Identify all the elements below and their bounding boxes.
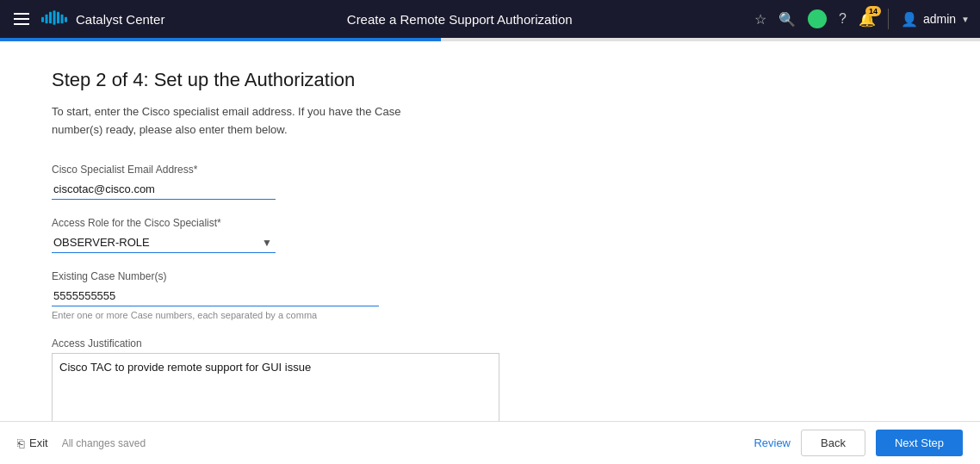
chevron-down-icon: ▼ (961, 15, 970, 24)
svg-rect-0 (41, 17, 44, 22)
svg-rect-2 (49, 12, 52, 24)
case-number-form-group: Existing Case Number(s) Enter one or mor… (52, 270, 928, 320)
role-select-wrapper: OBSERVER-ROLE ADMIN-ROLE READ-ONLY ▼ (52, 232, 276, 253)
role-label: Access Role for the Cisco Specialist* (52, 217, 928, 229)
help-icon[interactable]: ? (839, 11, 847, 27)
exit-label: Exit (29, 436, 48, 449)
notifications-icon[interactable]: 🔔 14 (859, 11, 876, 28)
page-title: Create a Remote Support Authorization (164, 12, 754, 27)
review-button[interactable]: Review (754, 436, 791, 449)
case-number-field[interactable] (52, 286, 379, 306)
justification-textarea[interactable]: Cisco TAC to provide remote support for … (52, 353, 499, 421)
nav-left: Catalyst Center (10, 9, 164, 28)
email-form-group: Cisco Specialist Email Address* (52, 164, 928, 200)
svg-rect-5 (61, 15, 64, 24)
justification-label: Access Justification (52, 337, 928, 350)
role-form-group: Access Role for the Cisco Specialist* OB… (52, 217, 928, 253)
favorites-icon[interactable]: ☆ (754, 11, 766, 28)
app-title: Catalyst Center (76, 12, 164, 27)
case-number-wrapper: Enter one or more Case numbers, each sep… (52, 286, 928, 320)
role-select[interactable]: OBSERVER-ROLE ADMIN-ROLE READ-ONLY (52, 232, 276, 253)
page-heading: Step 2 of 4: Set up the Authorization (52, 69, 928, 91)
notification-badge: 14 (865, 6, 881, 16)
bottom-bar: ⎗ Exit All changes saved Review Back Nex… (0, 421, 980, 464)
page-description: To start, enter the Cisco specialist ema… (52, 103, 928, 139)
exit-button[interactable]: ⎗ Exit (17, 436, 48, 450)
back-button[interactable]: Back (801, 430, 865, 456)
svg-rect-3 (53, 10, 56, 25)
hamburger-menu[interactable] (10, 9, 33, 28)
case-number-label: Existing Case Number(s) (52, 270, 928, 282)
status-indicator[interactable] (808, 9, 827, 28)
exit-icon: ⎗ (17, 436, 24, 450)
case-number-hint: Enter one or more Case numbers, each sep… (52, 310, 928, 320)
cisco-logo (41, 10, 67, 28)
email-field[interactable] (52, 179, 276, 200)
svg-rect-4 (57, 12, 59, 24)
top-navigation: Catalyst Center Create a Remote Support … (0, 0, 980, 38)
justification-form-group: Access Justification Cisco TAC to provid… (52, 337, 928, 421)
user-menu[interactable]: 👤 admin ▼ (901, 11, 970, 28)
next-step-button[interactable]: Next Step (876, 430, 963, 456)
email-label: Cisco Specialist Email Address* (52, 164, 928, 176)
bottom-actions: Review Back Next Step (754, 430, 963, 456)
search-icon[interactable]: 🔍 (778, 11, 796, 28)
svg-rect-6 (65, 17, 67, 22)
nav-right: ☆ 🔍 ? 🔔 14 👤 admin ▼ (754, 9, 970, 29)
main-content: Step 2 of 4: Set up the Authorization To… (0, 41, 980, 421)
user-icon: 👤 (901, 11, 918, 28)
nav-divider (888, 9, 889, 29)
svg-rect-1 (46, 15, 48, 24)
autosave-text: All changes saved (62, 437, 146, 449)
user-name: admin (923, 12, 956, 26)
